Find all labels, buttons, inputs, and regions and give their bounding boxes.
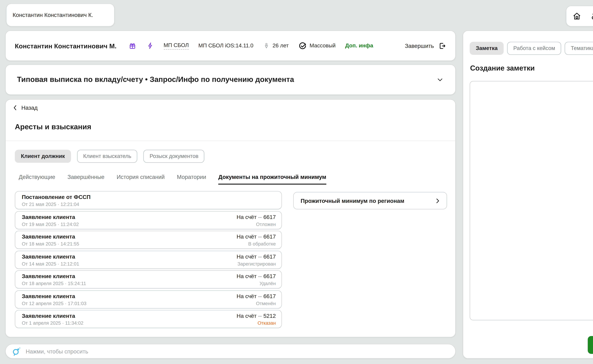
doc-status: Отказан: [237, 320, 276, 326]
region-link-label: Прожиточный минимум по регионам: [301, 197, 404, 204]
tab-moratoriums[interactable]: Моратории: [177, 174, 206, 185]
age-label: 26 лет: [273, 43, 289, 49]
finish-button[interactable]: Завершить: [405, 42, 446, 50]
assistant-ask-input[interactable]: [25, 348, 449, 355]
doc-datetime: От 14 мая 2025 · 12:12:01: [22, 261, 79, 266]
doc-status: Отменён: [237, 301, 276, 306]
document-row[interactable]: Заявление клиента От 12 апреля 2025 · 17…: [15, 290, 282, 308]
chip-document-search[interactable]: Розыск документов: [144, 150, 205, 163]
home-icon: [572, 11, 581, 21]
doc-account: На счёт ·· 5212: [237, 312, 276, 319]
top-client-name: Константин Константинович К.: [13, 12, 93, 18]
lightning-icon: [146, 41, 154, 50]
documents-list: Постановление от ФССП От 21 мая 2025 · 1…: [15, 191, 282, 330]
doc-title: Постановление от ФССП: [22, 194, 91, 200]
doc-account: На счёт ·· 6617: [237, 293, 276, 299]
finish-label: Завершить: [405, 42, 434, 49]
segment-check-icon: [298, 42, 306, 50]
doc-title: Заявление клиента: [22, 233, 79, 240]
document-row[interactable]: Заявление клиента От 19 мая 2025 · 11:24…: [15, 211, 282, 229]
app: Константин Константинович К. Обработка к…: [0, 0, 593, 364]
assistant-ask-bar[interactable]: [5, 344, 456, 359]
note-panel: Заметка Работа с кейсом Тематика Звонок …: [463, 30, 593, 359]
theme-title: Типовая выписка по вкладу/счету • Запрос…: [17, 75, 294, 84]
document-row[interactable]: Заявление клиента От 14 мая 2025 · 12:12…: [15, 250, 282, 269]
segment-item: Массовый: [298, 42, 336, 50]
arrests-section-card: Назад Аресты и взыскания Клиент должник …: [5, 99, 456, 337]
tab-living-wage-documents[interactable]: Документы на прожиточный минимум: [218, 174, 326, 185]
bolt-badge[interactable]: [146, 41, 154, 50]
doc-status: Отложен: [237, 221, 276, 227]
doc-title: Заявление клиента: [22, 293, 87, 299]
document-tabs: Действующие Завершённые История списаний…: [19, 174, 326, 185]
doc-status: Удалён: [237, 281, 276, 286]
client-header-card: Константин Константинович М. МП СБОЛ МП …: [5, 30, 456, 61]
tab-active-arrests[interactable]: Действующие: [19, 174, 55, 185]
doc-account: На счёт ·· 6617: [237, 233, 276, 240]
doc-status: Зарегистрирован: [237, 261, 276, 266]
chevron-right-icon: [435, 198, 440, 204]
tab-topic[interactable]: Тематика: [565, 42, 593, 55]
gift-icon: [128, 41, 137, 50]
segment-label: Массовый: [310, 43, 335, 49]
doc-account: На счёт ·· 6617: [237, 253, 276, 260]
gift-badge[interactable]: [128, 41, 137, 50]
tab-writeoff-history[interactable]: История списаний: [117, 174, 165, 185]
top-client-name-card[interactable]: Константин Константинович К.: [6, 3, 114, 26]
doc-title: Заявление клиента: [22, 253, 79, 260]
note-input[interactable]: [470, 81, 593, 320]
top-nav-card: [566, 6, 593, 26]
theme-bar[interactable]: Типовая выписка по вкладу/счету • Запрос…: [5, 65, 456, 95]
page-title: Аресты и взыскания: [15, 123, 91, 131]
doc-datetime: От 19 мая 2025 · 11:24:02: [22, 221, 79, 227]
back-label: Назад: [21, 104, 38, 111]
doc-title: Заявление клиента: [22, 214, 79, 220]
doc-datetime: От 12 апреля 2025 · 17:01:03: [22, 301, 87, 306]
document-row[interactable]: Заявление клиента От 18 апреля 2025 · 15…: [15, 270, 282, 288]
person-icon: [589, 11, 593, 21]
doc-datetime: От 18 апреля 2025 · 15:24:11: [22, 281, 86, 286]
assistant-sparkle-icon: [12, 347, 21, 356]
document-row[interactable]: Заявление клиента От 18 мая 2025 · 14:21…: [15, 231, 282, 249]
home-button[interactable]: [572, 11, 581, 21]
exit-icon: [438, 42, 446, 50]
doc-account: На счёт ·· 6617: [237, 214, 276, 220]
chip-client-claimant[interactable]: Клиент взыскатель: [77, 150, 137, 163]
profile-button[interactable]: [589, 11, 593, 21]
chip-client-debtor[interactable]: Клиент должник: [15, 150, 71, 163]
doc-datetime: От 18 мая 2025 · 14:21:55: [22, 241, 79, 246]
channel-version: МП СБОЛ iOS:14.11.0: [198, 43, 253, 49]
chevron-left-icon: [13, 105, 17, 110]
document-row[interactable]: Постановление от ФССП От 21 мая 2025 · 1…: [15, 191, 282, 209]
channel-label: МП СБОЛ: [164, 42, 189, 49]
doc-title: Заявление клиента: [22, 273, 86, 280]
back-button[interactable]: Назад: [13, 104, 38, 111]
doc-status: В обработке: [237, 241, 276, 246]
channel-chip[interactable]: МП СБОЛ: [164, 42, 189, 49]
divider: [6, 141, 455, 141]
client-full-name: Константин Константинович М.: [15, 42, 117, 49]
tab-case-work[interactable]: Работа с кейсом: [507, 42, 561, 55]
more-info-link[interactable]: Доп. инфа: [345, 43, 373, 49]
note-panel-title: Создание заметки: [470, 64, 535, 72]
doc-account: На счёт ·· 6617: [237, 273, 276, 280]
living-wage-by-region-link[interactable]: Прожиточный минимум по регионам: [293, 192, 447, 209]
tab-note[interactable]: Заметка: [470, 42, 504, 55]
note-panel-tabs: Заметка Работа с кейсом Тематика Звонок: [470, 42, 593, 55]
tab-completed[interactable]: Завершённые: [67, 174, 105, 185]
doc-datetime: От 1 апреля 2025 · 11:34:02: [22, 320, 84, 326]
role-chips: Клиент должник Клиент взыскатель Розыск …: [15, 150, 205, 163]
doc-title: Заявление клиента: [22, 312, 84, 319]
save-button[interactable]: Сохранить: [588, 336, 593, 354]
document-row[interactable]: Заявление клиента От 1 апреля 2025 · 11:…: [15, 310, 282, 328]
age-item: 26 лет: [263, 42, 289, 50]
chevron-down-icon[interactable]: [436, 76, 444, 84]
doc-datetime: От 21 мая 2025 · 12:21:04: [22, 202, 91, 207]
person-age-icon: [263, 42, 269, 50]
